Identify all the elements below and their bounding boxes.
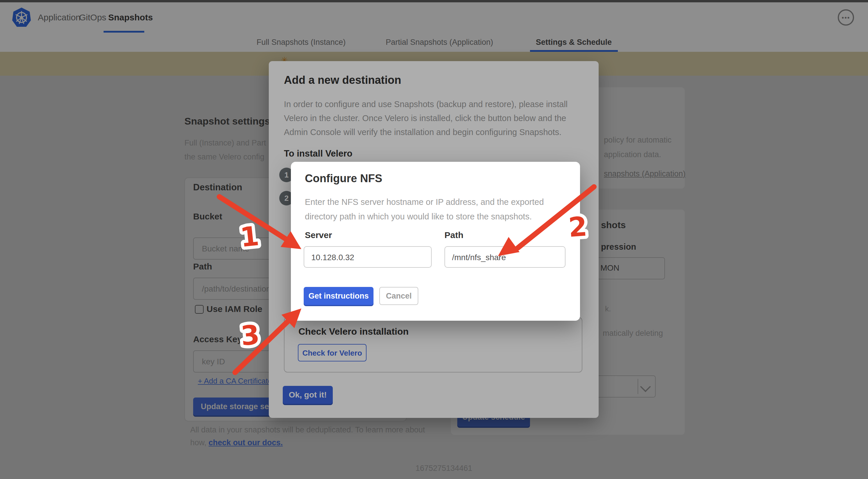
nfs-description-line2: directory path in which you would like t… [305,210,561,224]
server-label: Server [305,230,332,240]
nfs-modal-description: Enter the NFS server hostname or IP addr… [305,195,561,224]
nfs-modal-title: Configure NFS [305,172,382,185]
cancel-button[interactable]: Cancel [379,287,418,305]
nfs-description-line1: Enter the NFS server hostname or IP addr… [305,195,561,210]
path-input-nfs[interactable] [444,246,565,268]
configure-nfs-modal: Configure NFS Enter the NFS server hostn… [291,162,580,321]
admin-console-page: Application GitOps Snapshots ••• Full Sn… [0,0,868,479]
get-instructions-button[interactable]: Get instructions [304,287,373,305]
path-label: Path [444,230,463,240]
server-input[interactable] [304,246,432,268]
